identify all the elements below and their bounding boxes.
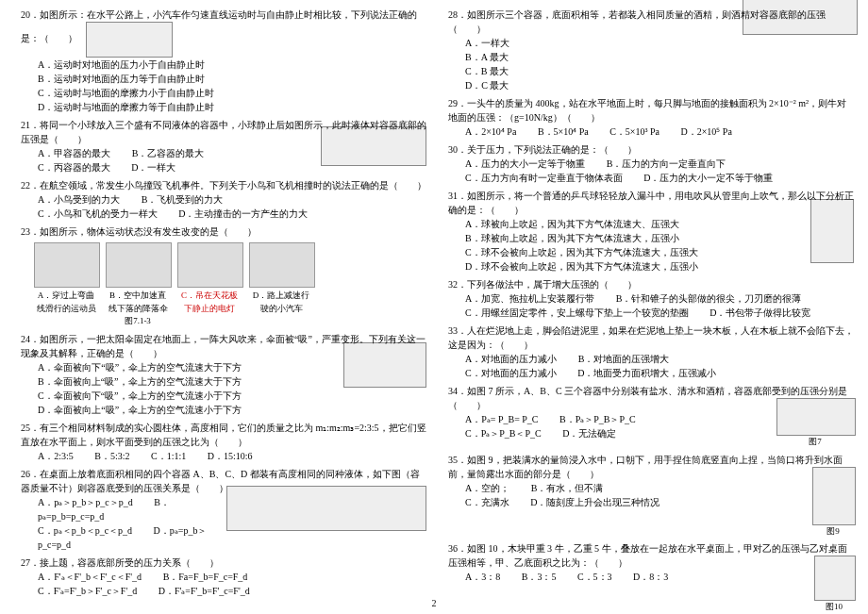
q36-opt-a: A．3：8 [465,572,500,582]
q34-opt-a: A．Pₐ= P_B= P_C [465,414,539,424]
q35-opt-d: D．随刻度上升会出现三种情况 [530,497,659,507]
q27-stem: 27．接上题，容器底部所受的压力关系（ ） [21,556,426,570]
q21-opt-a: A．甲容器的最大 [38,148,110,158]
q23-stem: 23．如图所示，物体运动状态没有发生改变的是（ ） [21,224,426,239]
q35-opt-c: C．充满水 [465,497,509,507]
q31-opt-a: A．球被向上吹起，因为其下方气体流速大、压强大 [465,217,854,231]
q25-stem: 25．有三个相同材料制成的实心圆柱体，高度相同，它们的质量之比为 m₁:m₂:m… [21,421,426,449]
q34-opt-c: C．Pₐ＞P_B＜P_C [465,428,542,439]
q27-opt-c: C．F'ₐ=F'_b＞F'_c＞F'_d [38,586,137,596]
q23-image-row: A．穿过上弯曲线滑行的运动员 B．空中加速直线下落的降落伞 图7.1-3 C．吊… [34,242,426,328]
figure-9-image [812,467,856,525]
question-29: 29．一头牛的质量为 400kg，站在水平地面上时，每只脚与地面的接触面积为 2… [448,96,854,139]
q36-opt-c: C．5：3 [577,572,612,582]
q29-opt-d: D．2×10⁵ Pa [681,126,732,137]
q27-opt-b: B．Fa=F_b=F_c=F_d [163,572,248,582]
q32-opt-c: C．用螺丝固定零件，安上螺母下垫上一个较宽的垫圈 [465,307,689,318]
question-24: 24．如图所示，一把太阳伞固定在地面上，一阵大风吹来，伞面被“吸”，严重变形。下… [21,332,426,417]
q26-opt-a: A．pₐ＞p_b＞p_c＞p_d [38,497,133,507]
q33-opt-d: D．地面受力面积增大，压强减小 [577,368,716,378]
q29-stem: 29．一头牛的质量为 400kg，站在水平地面上时，每只脚与地面的接触面积为 2… [448,96,854,124]
question-32: 32．下列各做法中，属于增大压强的（ ） A．加宽、拖拉机上安装履行带 B．针和… [448,277,854,320]
figure-7-image [776,398,856,436]
q35-stem: 35．如图 9，把装满水的量筒浸入水中，口朝下，用手捏住筒底竖直向上捏，当筒口将… [448,455,843,479]
q33-opt-c: C．对地面的压力减小 [465,368,557,378]
figure-10-image [814,556,856,601]
q32-stem: 32．下列各做法中，属于增大压强的（ ） [448,277,854,291]
q20-opt-b: B．运动时对地面的压力等于自由静止时 [38,72,426,86]
q23-img-d: D．路上减速行驶的小汽车 [249,242,313,328]
question-20: 20．如图所示：在水平公路上，小汽车作匀速直线运动时与自由静止时相比较，下列说法… [21,8,426,114]
q27-opt-d: D．F'ₐ=F'_b=F'_c=F'_d [159,586,250,596]
q30-opt-a: A．压力的大小一定等于物重 [465,158,585,169]
q23-img-c: C．吊在天花板下静止的电灯 [177,242,242,328]
q29-opt-a: A．2×10⁴ Pa [465,126,516,137]
question-35: 35．如图 9，把装满水的量筒浸入水中，口朝下，用手捏住筒底竖直向上捏，当筒口将… [448,453,854,539]
question-33: 33．人在烂泥地上走，脚会陷进泥里，如果在烂泥地上垫上一块木板，人在木板上就不会… [448,324,854,380]
q23-img-b: B．空中加速直线下落的降落伞 图7.1-3 [106,242,170,328]
page-number: 2 [432,596,437,610]
q33-opt-b: B．对地面的压强增大 [578,354,670,364]
q22-opt-d: D．主动撞击的一方产生的力大 [178,208,308,219]
figure-10-label: 图10 [814,601,854,614]
q24-opt-c: C．伞面被向下“吸”，伞上方的空气流速小于下方 [38,389,426,403]
q31-stem: 31．如图所示，将一个普通的乒乓球轻轻放入漏斗中，用电吹风从管里向上吹气，那么以… [448,191,854,215]
q20-opt-d: D．运动时与地面的摩擦力等于自由静止时 [38,100,426,114]
q32-opt-d: D．书包带子做得比较宽 [709,307,810,318]
question-21: 21．将同一个小球放入三个盛有不同液体的容器中，小球静止后如图所示，此时液体对容… [21,118,426,174]
q34-opt-d: D．无法确定 [562,428,616,439]
funnel-image [810,199,854,263]
question-28: 28．如图所示三个容器，底面积相等，若都装入相同质量的酒精，则酒精对容器底部的压… [448,8,854,92]
figure-7-label: 图7 [776,436,854,449]
q36-stem: 36．如图 10，木块甲重 3 牛，乙重 5 牛，叠放在一起放在水平桌面上，甲对… [448,543,847,568]
q35-opt-a: A．空的； [465,483,509,493]
q22-opt-a: A．小鸟受到的力大 [38,194,120,205]
q33-stem: 33．人在烂泥地上走，脚会陷进泥里，如果在烂泥地上垫上一块木板，人在木板上就不会… [448,324,854,352]
q20-opt-c: C．运动时与地面的摩擦力小于自由静止时 [38,86,426,100]
q33-opt-a: A．对地面的压力减小 [465,354,557,364]
q36-opt-b: B．3：5 [522,572,557,582]
four-beakers-image [226,486,426,531]
q30-opt-d: D．压力的大小一定不等于物重 [643,173,773,183]
q27-opt-a: A．F'ₐ＜F'_b＜F'_c＜F'_d [38,572,142,582]
q32-opt-a: A．加宽、拖拉机上安装履行带 [465,293,594,304]
q36-opt-d: D．8：3 [633,572,668,582]
q22-opt-b: B．飞机受到的力大 [142,194,224,205]
q22-opt-c: C．小鸟和飞机的受力一样大 [38,208,158,219]
q32-opt-b: B．针和锥子的头部做的很尖，刀刃磨的很薄 [616,293,802,304]
question-31: 31．如图所示，将一个普通的乒乓球轻轻放入漏斗中，用电吹风从管里向上吹气，那么以… [448,189,854,274]
q20-stem: 20．如图所示：在水平公路上，小汽车作匀速直线运动时与自由静止时相比较，下列说法… [21,9,417,43]
question-36: 36．如图 10，木块甲重 3 牛，乙重 5 牛，叠放在一起放在水平桌面上，甲对… [448,541,854,614]
q31-opt-b: B．球被向上吹起，因为其下方气体流速大，压强小 [465,231,854,245]
question-34: 34．如图 7 所示，A、B、C 三个容器中分别装有盐水、清水和酒精，容器底部受… [448,384,854,449]
q28-opt-a: A．一样大 [465,36,854,50]
q28-opt-c: C．B 最大 [465,64,854,78]
q25-opt-a: A．2:3:5 [38,451,74,461]
q35-opt-b: B．有水，但不满 [531,483,604,493]
q20-opt-a: A．运动时对地面的压力小于自由静止时 [38,58,426,72]
q21-opt-d: D．一样大 [131,162,175,173]
question-25: 25．有三个相同材料制成的实心圆柱体，高度相同，它们的质量之比为 m₁:m₂:m… [21,421,426,463]
q22-stem: 22．在航空领域，常发生小鸟撞毁飞机事件。下列关于小鸟和飞机相撞时的说法正确的是… [21,178,426,192]
q23-img-a: A．穿过上弯曲线滑行的运动员 [34,242,98,328]
question-22: 22．在航空领域，常发生小鸟撞毁飞机事件。下列关于小鸟和飞机相撞时的说法正确的是… [21,178,426,221]
question-23: 23．如图所示，物体运动状态没有发生改变的是（ ） A．穿过上弯曲线滑行的运动员… [21,224,426,328]
q21-opt-b: B．乙容器的最大 [132,148,205,158]
q25-opt-b: B．5:3:2 [94,451,129,461]
q34-opt-b: B．Pₐ＞P_B＞P_C [559,414,636,424]
figure-9-label: 图9 [812,525,854,539]
question-30: 30．关于压力，下列说法正确的是：（ ） A．压力的大小一定等于物重 B．压力的… [448,142,854,185]
q30-stem: 30．关于压力，下列说法正确的是：（ ） [448,142,854,157]
q25-opt-c: C．1:1:1 [151,451,186,461]
q30-opt-c: C．压力方向有时一定垂直于物体表面 [465,173,623,183]
car-image [86,22,173,58]
question-26: 26．在桌面上放着底面积相同的四个容器 A、B、C、D 都装有高度相同的同种液体… [21,467,426,552]
q29-opt-c: C．5×10³ Pa [609,126,659,137]
q26-opt-c: C．pₐ＜p_b＜p_c＜p_d [38,525,132,536]
q29-opt-b: B．5×10⁴ Pa [538,126,589,137]
q31-opt-d: D．球不会被向上吹起，因为其下方气体流速大，压强小 [465,259,854,274]
q25-opt-d: D．15:10:6 [208,451,253,461]
q24-opt-d: D．伞面被向上“吸”，伞上方的空气流速小于下方 [38,403,426,417]
q30-opt-b: B．压力的方向一定垂直向下 [607,158,726,169]
umbrella-image [343,342,426,388]
